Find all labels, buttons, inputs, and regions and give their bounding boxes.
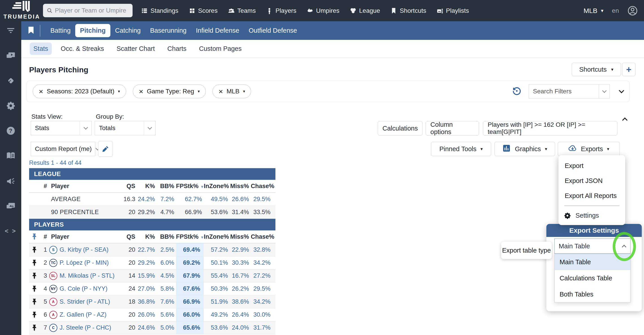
stat-k[interactable]: 24.2% [137, 196, 157, 203]
custom-report-select[interactable]: Custom Report (me) [31, 142, 95, 156]
col-player[interactable]: Player [49, 233, 121, 240]
col-bb[interactable]: BB% [157, 233, 176, 240]
stat-bb[interactable]: 6.0% [157, 259, 176, 266]
menu-item-export-json[interactable]: Export JSON [558, 173, 625, 188]
account-avatar-icon[interactable] [628, 6, 638, 16]
player-link[interactable]: M. Mikolas (P - STL) [60, 272, 115, 279]
announcements-megaphone-icon[interactable] [0, 176, 21, 186]
col-miss[interactable]: Miss% [230, 233, 251, 240]
stat-inzone[interactable]: 51.9% [204, 298, 230, 305]
col-miss[interactable]: Miss% [230, 183, 251, 190]
filter-chip-seasons[interactable]: × Seasons: 2023 (Default) ▾ [33, 84, 126, 98]
stat-fpstk[interactable]: 62.7% [176, 196, 204, 203]
stat-bb[interactable]: 5.8% [157, 285, 176, 292]
stat-chase[interactable]: 27.2% [251, 272, 272, 279]
exports-button[interactable]: Exports ▾ [558, 142, 620, 156]
player-link[interactable]: G. Kirby (P - SEA) [60, 246, 108, 253]
stat-bb[interactable]: 2.5% [157, 246, 176, 253]
stat-fpstk[interactable]: 66.9% [176, 295, 204, 308]
pin-icon[interactable] [29, 246, 40, 253]
nav-players[interactable]: Players [266, 7, 296, 14]
global-search[interactable] [43, 4, 132, 17]
edit-report-button[interactable] [98, 141, 113, 157]
trumedia-logo[interactable]: TRUMEDIA [2, 1, 42, 20]
pin-icon[interactable] [29, 324, 40, 331]
stat-miss[interactable]: 22.9% [230, 246, 251, 253]
player-link[interactable]: J. Steele (P - CHC) [60, 324, 111, 331]
search-filters-dropdown[interactable] [599, 84, 610, 98]
stat-fpstk[interactable]: 67.9% [176, 270, 204, 282]
option-both-tables[interactable]: Both Tables [555, 286, 630, 302]
stat-chase[interactable]: 34.2% [251, 298, 272, 305]
player-link[interactable]: P. López (P - MIN) [60, 259, 109, 266]
tab-infield-defense[interactable]: Infield Defense [191, 24, 244, 37]
col-qs[interactable]: QS [121, 233, 137, 240]
col-chase[interactable]: Chase% [251, 233, 272, 240]
col-qs[interactable]: QS [121, 183, 137, 190]
help-icon[interactable]: ? [0, 126, 21, 136]
tab-pitching[interactable]: Pitching [75, 24, 110, 37]
tab-occ-streaks[interactable]: Occ. & Streaks [57, 42, 108, 55]
tab-scatter-chart[interactable]: Scatter Chart [113, 42, 158, 55]
stat-chase[interactable]: 30.0% [251, 311, 272, 318]
stat-inzone[interactable]: 53.6% [204, 324, 230, 331]
glossary-book-icon[interactable] [0, 151, 21, 161]
tab-charts[interactable]: Charts [164, 42, 190, 55]
tab-catching[interactable]: Catching [110, 24, 145, 37]
stat-fpstk[interactable]: 69.4% [176, 244, 204, 256]
search-input[interactable] [55, 7, 129, 14]
pin-icon[interactable] [29, 312, 40, 318]
nav-teams[interactable]: Teams [228, 7, 256, 14]
stat-miss[interactable]: 26.6% [230, 196, 251, 203]
player-link[interactable]: S. Strider (P - ATL) [60, 298, 110, 305]
search-filters-box[interactable] [529, 84, 610, 98]
tab-batting[interactable]: Batting [46, 24, 75, 37]
col-player[interactable]: Player [49, 183, 121, 190]
settings-gear-icon[interactable] [0, 100, 21, 111]
tab-outfield-defense[interactable]: Outfield Defense [244, 24, 302, 37]
stat-bb[interactable]: 7.6% [157, 298, 176, 305]
stat-inzone[interactable]: 50.1% [204, 259, 230, 266]
stat-fpstk[interactable]: 67.6% [176, 282, 204, 295]
graphics-button[interactable]: Graphics ▾ [494, 142, 555, 156]
stat-k[interactable]: 22.7% [137, 246, 157, 253]
stat-k[interactable]: 24.6% [137, 324, 157, 331]
stat-chase[interactable]: 34.2% [251, 259, 272, 266]
col-rank[interactable]: # [40, 183, 49, 190]
embed-code-icon[interactable]: < > [0, 226, 21, 236]
nav-playlists[interactable]: Playlists [437, 7, 469, 14]
stat-inzone[interactable]: 49.2% [204, 311, 230, 318]
nav-shortcuts[interactable]: Shortcuts [390, 7, 426, 14]
option-calculations-table[interactable]: Calculations Table [555, 270, 630, 286]
calculations-button[interactable]: Calculations [378, 121, 422, 136]
col-inzone[interactable]: InZone% [204, 183, 230, 190]
filter-history-icon[interactable] [512, 86, 522, 97]
stat-chase[interactable]: 29.5% [251, 285, 272, 292]
col-rank[interactable]: # [40, 233, 49, 240]
remove-filter-icon[interactable]: × [218, 88, 223, 95]
stat-bb[interactable]: 5.6% [157, 311, 176, 318]
menu-item-export-all-reports[interactable]: Export All Reports [558, 188, 625, 203]
menu-item-export[interactable]: Export [558, 158, 625, 173]
stat-k[interactable]: 36.8% [137, 298, 157, 305]
col-bb[interactable]: BB% [157, 183, 176, 190]
stat-k[interactable]: 26.0% [137, 311, 157, 318]
group-by-select[interactable]: Totals [95, 121, 156, 135]
stat-chase[interactable]: 31.7% [251, 324, 272, 331]
col-chase[interactable]: Chase% [251, 183, 272, 190]
stat-bb[interactable]: 7.2% [157, 196, 176, 203]
search-filters-input[interactable] [529, 88, 599, 95]
collapse-filters-chevron[interactable] [620, 89, 624, 94]
pin-icon[interactable] [29, 298, 40, 305]
video-playlists-icon[interactable] [0, 50, 21, 61]
col-inzone[interactable]: InZone% [204, 233, 230, 240]
stat-k[interactable]: 27.0% [137, 285, 157, 292]
filter-lines-icon[interactable] [0, 25, 21, 36]
bookmark-icon[interactable] [28, 26, 34, 35]
stat-fpstk[interactable]: 69.2% [176, 256, 204, 269]
stat-inzone[interactable]: 57.2% [204, 246, 230, 253]
tab-baserunning[interactable]: Baserunning [145, 24, 191, 37]
filter-chip-game-type[interactable]: × Game Type: Reg ▾ [133, 84, 206, 98]
col-k[interactable]: K% [137, 183, 157, 190]
stat-chase[interactable]: 29.5% [251, 196, 272, 203]
